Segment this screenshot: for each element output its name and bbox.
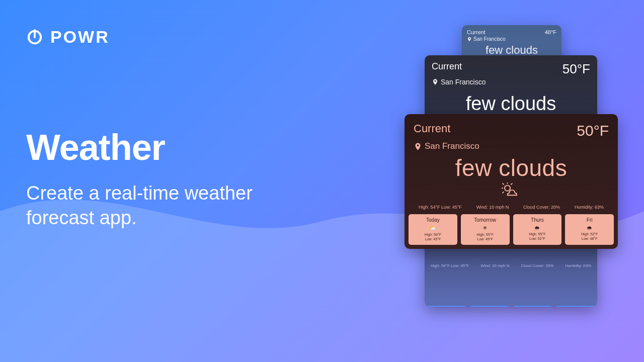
forecast-days: Today ⛅ High: 56°FLow: 45°F Tomorrow ☀ H… (426, 306, 596, 307)
svg-line-12 (503, 192, 504, 193)
location-pin-icon (467, 37, 472, 42)
day-high: High: 55°F (461, 232, 510, 237)
svg-line-13 (511, 184, 512, 185)
day-high: High: 55°F (513, 232, 562, 236)
rain-icon: 🌧 (587, 225, 592, 231)
forecast-day[interactable]: Tomorrow ☀ High: 55°FLow: 48°F (469, 306, 510, 307)
svg-line-11 (503, 184, 504, 185)
hero-title: Weather (26, 127, 288, 168)
forecast-day[interactable]: Fri 🌧 High: 55°FLow: 51°F (555, 306, 596, 307)
stat-cloud: Cloud Cover: 20% (521, 263, 554, 268)
location-pin-icon (414, 142, 422, 151)
hero-subtitle: Create a real-time weather forecast app. (26, 181, 288, 230)
hero: Weather Create a real-time weather forec… (26, 127, 288, 230)
stat-cloud: Cloud Cover: 20% (523, 205, 560, 210)
day-low: Low: 49°F (461, 237, 510, 241)
condition-text: few clouds (425, 93, 597, 115)
forecast-day[interactable]: Tomorrow ☀ High: 55°FLow: 49°F (461, 214, 510, 245)
current-label: Current (414, 122, 450, 135)
day-name: Tomorrow (461, 217, 510, 223)
current-temp: 48°F (545, 29, 556, 35)
location-text: San Francisco (441, 78, 486, 86)
current-label: Current (467, 29, 486, 35)
day-name: Thurs (513, 217, 562, 223)
current-label: Current (432, 61, 462, 77)
forecast-day[interactable]: Today ⛅ High: 56°FLow: 45°F (409, 214, 457, 245)
stats-row: High: 54°F Low: 45°F Wind: 10 mph N Clou… (425, 263, 597, 268)
brand-logo: POWR (26, 27, 110, 47)
location-text: San Francisco (425, 141, 479, 151)
partly-cloudy-icon (405, 183, 618, 199)
stats-row: High: 54°F Low: 45°F Wind: 10 mph N Clou… (405, 205, 618, 210)
forecast-days: Today ⛅ High: 56°FLow: 45°F Tomorrow ☀ H… (409, 214, 614, 245)
stat-wind: Wind: 10 mph N (476, 205, 509, 210)
stat-highlow: High: 54°F Low: 45°F (419, 205, 462, 210)
stat-wind: Wind: 10 mph N (480, 263, 509, 268)
day-high: High: 52°F (565, 232, 614, 236)
location-pin-icon (432, 78, 439, 85)
weather-card-stack: Current 48°F San Francisco few clouds Hi… (403, 25, 619, 347)
stat-humidity: Humidity: 63% (565, 263, 591, 268)
sunny-icon: ☀ (482, 225, 488, 231)
brand-logo-text: POWR (50, 27, 110, 47)
forecast-day[interactable]: Today ⛅ High: 56°FLow: 45°F (426, 306, 466, 307)
stat-highlow: High: 54°F Low: 45°F (431, 263, 469, 268)
brand-logo-icon (26, 29, 43, 46)
day-low: Low: 45°F (409, 237, 457, 241)
current-temp: 50°F (562, 61, 590, 77)
weather-card-large: Current 50°F San Francisco few clouds Hi… (405, 114, 618, 249)
day-name: Today (409, 217, 457, 223)
day-high: High: 56°F (409, 232, 457, 237)
rain-icon: 🌧 (534, 225, 540, 231)
forecast-day[interactable]: Thurs 🌧 High: 53°FLow: 50°F (513, 306, 553, 307)
location-text: San Francisco (473, 36, 506, 42)
condition-text: few clouds (405, 154, 618, 182)
day-low: Low: 48°F (565, 236, 614, 241)
forecast-day[interactable]: Fri 🌧 High: 52°FLow: 48°F (565, 214, 614, 245)
day-name: Fri (565, 217, 614, 223)
forecast-day[interactable]: Thurs 🌧 High: 55°FLow: 52°F (513, 214, 562, 245)
stat-humidity: Humidity: 63% (575, 205, 604, 210)
partly-cloudy-icon: ⛅ (429, 225, 436, 231)
svg-point-8 (505, 186, 510, 191)
current-temp: 50°F (577, 122, 609, 139)
day-low: Low: 52°F (513, 236, 562, 241)
